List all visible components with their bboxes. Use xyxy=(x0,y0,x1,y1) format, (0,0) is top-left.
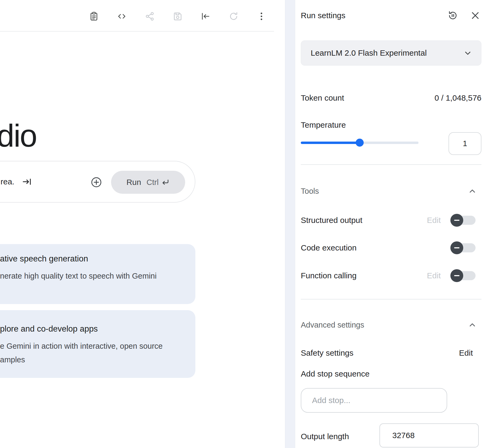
app-window: dio rea. Run Ctrl ative speech generatio… xyxy=(0,0,494,448)
example-card-speech-generation[interactable]: ative speech generation nerate high qual… xyxy=(0,244,195,304)
run-settings-header: Run settings xyxy=(301,8,481,23)
run-shortcut-key: Ctrl xyxy=(146,178,158,187)
advanced-settings-label: Advanced settings xyxy=(301,321,364,329)
chevron-up-icon[interactable] xyxy=(467,186,478,196)
stop-sequence-input[interactable] xyxy=(301,388,447,413)
temperature-value-input[interactable] xyxy=(449,132,481,155)
card-subtitle: nerate high quality text to speech with … xyxy=(0,269,177,283)
tools-section-header[interactable]: Tools xyxy=(301,185,481,198)
code-execution-row: Code execution xyxy=(301,240,481,256)
toggle-knob xyxy=(450,241,463,254)
temperature-slider-knob[interactable] xyxy=(356,139,364,147)
refresh-icon xyxy=(228,10,240,22)
close-icon[interactable] xyxy=(469,9,481,22)
run-shortcut: Ctrl xyxy=(146,178,170,187)
toolbar-divider xyxy=(0,31,274,32)
code-execution-label: Code execution xyxy=(301,243,356,252)
token-count-row: Token count 0 / 1,048,576 xyxy=(301,92,481,104)
prompt-placeholder-text: rea. xyxy=(1,177,14,186)
toggle-knob xyxy=(450,214,463,227)
safety-settings-label: Safety settings xyxy=(301,348,354,358)
save-icon xyxy=(172,10,184,22)
minus-icon xyxy=(454,275,459,276)
tab-key-icon xyxy=(21,176,32,187)
code-execution-toggle[interactable] xyxy=(451,243,476,253)
add-media-button[interactable] xyxy=(90,176,102,188)
code-icon[interactable] xyxy=(116,10,128,22)
toggle-knob xyxy=(450,269,463,282)
chevron-up-icon[interactable] xyxy=(467,320,478,330)
temperature-slider-fill xyxy=(301,142,360,144)
page-title: dio xyxy=(0,117,36,155)
safety-settings-row: Safety settings Edit xyxy=(301,347,481,359)
minus-icon xyxy=(454,247,459,248)
safety-settings-edit-button[interactable]: Edit xyxy=(459,348,473,358)
example-card-codevelop-apps[interactable]: plore and co-develop apps e Gemini in ac… xyxy=(0,310,195,378)
structured-output-label: Structured output xyxy=(301,216,362,225)
structured-output-toggle[interactable] xyxy=(451,215,476,225)
enter-key-icon xyxy=(161,178,170,187)
card-title: ative speech generation xyxy=(0,254,177,264)
chevron-down-icon xyxy=(462,48,473,58)
more-menu-icon[interactable] xyxy=(256,10,267,22)
tab-to-start-icon[interactable] xyxy=(200,10,211,22)
run-button[interactable]: Run Ctrl xyxy=(111,171,185,194)
temperature-label: Temperature xyxy=(301,120,346,130)
tools-header-label: Tools xyxy=(301,187,319,196)
card-subtitle: e Gemini in action with interactive, ope… xyxy=(0,339,177,367)
output-length-input[interactable] xyxy=(379,423,479,447)
reset-settings-icon[interactable] xyxy=(447,9,459,22)
card-title: plore and co-develop apps xyxy=(0,324,177,334)
token-count-label: Token count xyxy=(301,93,344,102)
panel-gap xyxy=(285,0,295,448)
add-stop-sequence-label: Add stop sequence xyxy=(301,367,370,380)
clipboard-icon[interactable] xyxy=(88,10,100,22)
prompt-placeholder: rea. xyxy=(1,161,32,202)
structured-output-row: Structured output Edit xyxy=(301,212,481,228)
run-settings-panel: Run settings LearnLM 2.0 Flash Experimen… xyxy=(295,0,494,448)
divider xyxy=(301,164,481,165)
prompt-input-bar[interactable]: rea. Run Ctrl xyxy=(0,161,195,203)
minus-icon xyxy=(454,220,459,221)
function-calling-edit-button: Edit xyxy=(427,271,441,280)
function-calling-row: Function calling Edit xyxy=(301,268,481,284)
prompt-toolbar xyxy=(88,10,267,22)
output-length-label: Output length xyxy=(301,430,349,443)
divider xyxy=(301,299,481,299)
run-button-label: Run xyxy=(126,178,141,187)
model-selector[interactable]: LearnLM 2.0 Flash Experimental xyxy=(301,40,481,66)
function-calling-toggle[interactable] xyxy=(451,271,476,281)
share-icon xyxy=(144,10,156,22)
token-count-value: 0 / 1,048,576 xyxy=(435,93,481,102)
model-name: LearnLM 2.0 Flash Experimental xyxy=(311,48,427,58)
advanced-settings-header[interactable]: Advanced settings xyxy=(301,318,481,331)
temperature-slider[interactable] xyxy=(301,142,419,144)
run-settings-title: Run settings xyxy=(301,11,345,20)
structured-output-edit-button: Edit xyxy=(427,216,441,225)
function-calling-label: Function calling xyxy=(301,271,356,280)
